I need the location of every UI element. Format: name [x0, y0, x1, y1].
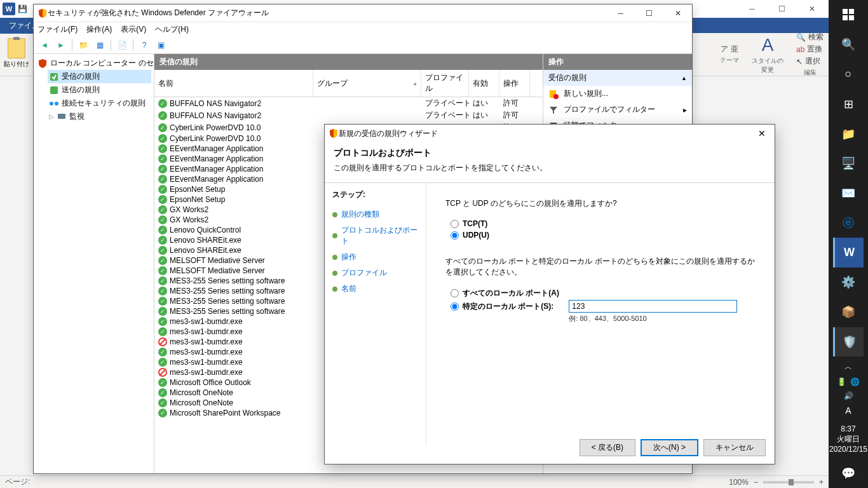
col-action[interactable]: 操作 — [499, 70, 530, 97]
allow-icon: ✓ — [158, 154, 167, 163]
time: 8:37 — [829, 424, 867, 435]
wizard-step[interactable]: 規則の種類 — [332, 207, 418, 222]
column-headers: 名前 グループ▴ プロファイル 有効 操作 — [154, 70, 543, 97]
tree-outbound[interactable]: 送信の規則 — [48, 83, 151, 97]
taskview-icon[interactable]: ⊞ — [833, 89, 864, 119]
cortana-icon[interactable]: ○ — [833, 60, 864, 90]
maximize-button[interactable]: ☐ — [635, 4, 663, 22]
wizard-step[interactable]: プロトコルおよびポート — [332, 222, 418, 249]
ribbon-edit-group: 🔍検索 ab置換 ↖選択 編集 — [796, 32, 824, 77]
export-icon[interactable]: 📄 — [115, 38, 129, 52]
steps-title: ステップ: — [332, 189, 418, 200]
wizard-step[interactable]: 名前 — [332, 281, 418, 297]
bullet-icon — [332, 271, 337, 276]
allow-icon: ✓ — [158, 195, 167, 204]
allow-icon: ✓ — [158, 256, 167, 265]
zoom-out-icon[interactable]: − — [754, 478, 758, 487]
network-icon[interactable]: 🌐 — [850, 377, 860, 386]
zoom-level[interactable]: 100% — [729, 478, 749, 487]
allow-icon: ✓ — [158, 358, 167, 367]
chevron-up-icon[interactable]: ︿ — [844, 362, 852, 372]
action-new-rule[interactable]: 新しい規則... — [543, 86, 692, 102]
close-button[interactable]: ✕ — [797, 0, 826, 18]
firewall-titlebar: セキュリティが強化された Windows Defender ファイアウォール ─… — [34, 4, 692, 22]
back-icon[interactable]: ◄ — [37, 38, 51, 52]
maximize-button[interactable]: ☐ — [768, 0, 796, 18]
forward-icon[interactable]: ► — [54, 38, 68, 52]
paste-button[interactable]: 貼り付け — [3, 36, 31, 71]
volume-icon[interactable]: 🔊 — [844, 391, 853, 400]
start-button[interactable] — [833, 0, 864, 30]
app-icon-2[interactable]: 📦 — [833, 297, 864, 327]
clock[interactable]: 8:37 火曜日 2020/12/15 — [829, 421, 867, 458]
find-button[interactable]: 🔍検索 — [796, 32, 824, 43]
menu-file[interactable]: ファイル(F) — [37, 24, 78, 35]
notifications-icon[interactable]: 💬 — [833, 458, 864, 488]
edge-icon[interactable]: ⓔ — [833, 208, 864, 238]
word-statusbar: ページ: 100% − + — [0, 475, 829, 488]
firewall-taskbar-icon[interactable]: 🛡️ — [833, 327, 864, 357]
ime-icon[interactable]: A — [845, 405, 851, 416]
ribbon-theme[interactable]: ア 亜 テーマ — [720, 44, 739, 65]
col-profile[interactable]: プロファイル — [421, 70, 469, 97]
radio-specific-ports[interactable]: 特定のローカル ポート(S): — [451, 300, 553, 313]
cancel-button[interactable]: キャンセル — [703, 439, 766, 456]
wizard-step[interactable]: 操作 — [332, 249, 418, 265]
action-filter-profile[interactable]: プロファイルでフィルター ▸ — [543, 102, 692, 118]
menu-help[interactable]: ヘルプ(H) — [155, 24, 189, 35]
close-button[interactable]: ✕ — [749, 125, 775, 142]
explorer-icon[interactable]: 📁 — [833, 119, 864, 149]
col-enabled[interactable]: 有効 — [469, 70, 499, 97]
table-row[interactable]: ✓BUFFALO NAS Navigator2プライベート,...はい許可 — [154, 109, 543, 121]
tree-monitor[interactable]: ▷ 監視 — [48, 110, 151, 123]
battery-icon[interactable]: 🔋 — [837, 377, 846, 386]
radio-all-ports[interactable]: すべてのローカル ポート(A) — [451, 287, 756, 300]
search-icon[interactable]: 🔍 — [833, 30, 864, 60]
styles-button[interactable]: A スタイルの 変更 — [752, 35, 783, 74]
bullet-icon — [332, 255, 337, 260]
col-group[interactable]: グループ▴ — [313, 70, 421, 97]
zoom-in-icon[interactable]: + — [819, 478, 824, 487]
block-icon — [158, 368, 167, 377]
radio-udp[interactable]: UDP(U) — [451, 229, 756, 241]
actions-sub[interactable]: 受信の規則 ▲ — [543, 70, 692, 86]
bullet-icon — [332, 212, 337, 217]
allow-icon: ✓ — [158, 398, 167, 407]
view-icon[interactable]: ▣ — [154, 38, 168, 52]
shield-icon — [37, 8, 48, 18]
shield-icon — [329, 128, 339, 139]
wizard-subheading: この規則を適用するプロトコルとポートを指定してください。 — [334, 163, 766, 173]
close-button[interactable]: ✕ — [663, 4, 692, 22]
col-name[interactable]: 名前 — [154, 70, 313, 97]
tree-connection[interactable]: 接続セキュリティの規則 — [48, 97, 151, 110]
folder-icon[interactable]: 📁 — [76, 38, 90, 52]
next-button[interactable]: 次へ(N) > — [641, 439, 698, 456]
monitor-icon[interactable]: 🖥️ — [833, 149, 864, 179]
port-input[interactable] — [569, 300, 737, 313]
actions-header: 操作 — [543, 54, 692, 70]
wizard-step[interactable]: プロファイル — [332, 265, 418, 281]
back-button[interactable]: < 戻る(B) — [580, 439, 635, 456]
allow-icon: ✓ — [158, 134, 167, 143]
select-button[interactable]: ↖選択 — [796, 56, 824, 67]
word-taskbar-icon[interactable]: W — [833, 238, 864, 268]
tree-inbound[interactable]: 受信の規則 — [48, 70, 151, 83]
allow-icon: ✓ — [158, 144, 167, 153]
menu-action[interactable]: 操作(A) — [86, 24, 112, 35]
app-icon[interactable]: ⚙️ — [833, 268, 864, 297]
radio-tcp[interactable]: TCP(T) — [451, 218, 756, 229]
replace-button[interactable]: ab置換 — [796, 44, 824, 55]
help-icon[interactable]: ? — [137, 38, 151, 52]
save-icon[interactable]: 💾 — [18, 4, 27, 13]
allow-icon: ✓ — [158, 378, 167, 387]
zoom-slider[interactable] — [763, 481, 814, 484]
collapse-icon[interactable]: ▲ — [681, 75, 687, 81]
wizard-title: 新規の受信の規則ウィザード — [339, 128, 749, 139]
tree-root[interactable]: ローカル コンピューター のセキュリティ — [36, 57, 151, 70]
list-icon[interactable]: ▦ — [93, 38, 107, 52]
mail-icon[interactable]: ✉️ — [833, 179, 864, 208]
table-row[interactable]: ✓BUFFALO NAS Navigator2プライベート,...はい許可 — [154, 97, 543, 109]
minimize-button[interactable]: ─ — [738, 0, 766, 18]
minimize-button[interactable]: ─ — [606, 4, 635, 22]
menu-view[interactable]: 表示(V) — [121, 24, 146, 35]
